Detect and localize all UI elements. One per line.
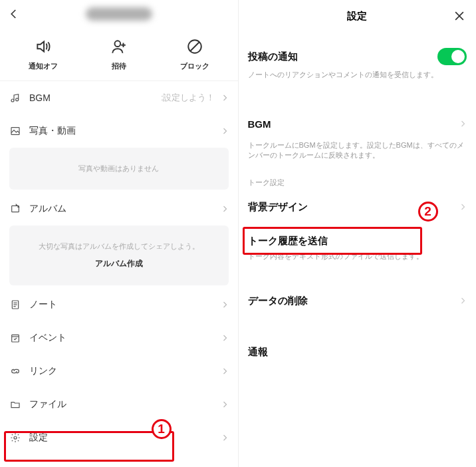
link-label: リンク <box>29 365 57 377</box>
bg-design-title: 背景デザイン <box>248 201 308 214</box>
album-row[interactable]: アルバム <box>0 192 238 226</box>
right-header: 設定 <box>239 0 477 32</box>
chevron-right-icon <box>221 334 229 342</box>
album-create-button[interactable]: アルバム作成 <box>15 258 223 269</box>
music-icon <box>9 92 21 104</box>
album-label: アルバム <box>29 203 66 215</box>
post-notif-toggle[interactable] <box>437 48 467 65</box>
bg-design-row[interactable]: 背景デザイン <box>239 190 477 224</box>
file-row[interactable]: ファイル <box>0 388 238 421</box>
report-row[interactable]: 通報 <box>239 335 477 369</box>
bgm-row[interactable]: BGM :設定しよう！ <box>0 81 238 114</box>
mute-button[interactable]: 通知オフ <box>29 37 58 71</box>
left-header <box>0 0 238 28</box>
post-notif-block: 投稿の通知 ノートへのリアクションやコメントの通知を受信します。 <box>239 32 477 88</box>
note-row[interactable]: ノート <box>0 288 238 321</box>
send-history-title: トーク履歴を送信 <box>248 235 328 247</box>
contact-name-blurred <box>86 7 152 21</box>
photos-label: 写真・動画 <box>29 125 76 137</box>
bgm-setting-row[interactable]: BGM <box>239 108 477 140</box>
settings-panel: 設定 投稿の通知 ノートへのリアクションやコメントの通知を受信します。 BGM … <box>239 0 477 467</box>
folder-icon <box>9 398 21 410</box>
photos-empty-card: 写真や動画はありません <box>9 148 229 190</box>
event-label: イベント <box>29 332 66 344</box>
svg-point-3 <box>11 99 14 102</box>
album-icon <box>9 203 21 215</box>
block-icon <box>185 37 204 56</box>
note-label: ノート <box>29 299 57 311</box>
bgm-desc: トークルームにBGMを設定します。設定したBGMは、すべてのメンバーのトークルー… <box>239 140 477 166</box>
chevron-right-icon <box>459 203 467 211</box>
settings-title: 設定 <box>347 10 367 23</box>
block-button[interactable]: ブロック <box>180 37 209 71</box>
image-icon <box>9 125 21 137</box>
person-plus-icon <box>110 37 128 56</box>
chevron-right-icon <box>221 205 229 213</box>
delete-data-title: データの削除 <box>248 295 308 307</box>
block-label: ブロック <box>180 61 209 71</box>
svg-line-2 <box>190 43 199 51</box>
chevron-right-icon <box>221 400 229 408</box>
post-notif-title: 投稿の通知 <box>248 51 298 63</box>
send-history-desc: トーク内容をテキスト形式のファイルで送信します。 <box>239 251 477 267</box>
chevron-right-icon <box>221 367 229 375</box>
chevron-right-icon <box>221 127 229 135</box>
post-notif-desc: ノートへのリアクションやコメントの通知を受信します。 <box>248 69 467 85</box>
chevron-right-icon <box>459 120 467 128</box>
chevron-right-icon <box>221 434 229 442</box>
settings-label: 設定 <box>29 432 48 444</box>
send-history-row[interactable]: トーク履歴を送信 <box>239 224 477 251</box>
note-icon <box>9 299 21 311</box>
back-icon[interactable] <box>8 8 20 20</box>
svg-point-0 <box>114 41 120 47</box>
link-row[interactable]: リンク <box>0 355 238 388</box>
link-icon <box>9 365 21 377</box>
bgm-title: BGM <box>248 118 271 130</box>
action-row: 通知オフ 招待 ブロック <box>0 28 238 81</box>
album-hint: 大切な写真はアルバムを作成してシェアしよう。 <box>15 241 223 251</box>
photos-empty-text: 写真や動画はありません <box>15 164 223 174</box>
file-label: ファイル <box>29 398 66 410</box>
chevron-right-icon <box>221 301 229 309</box>
bgm-sub: :設定しよう！ <box>161 92 215 104</box>
mute-label: 通知オフ <box>29 61 58 71</box>
talk-section-label: トーク設定 <box>239 166 477 190</box>
svg-rect-11 <box>12 335 19 342</box>
photos-row[interactable]: 写真・動画 <box>0 114 238 148</box>
calendar-check-icon <box>9 332 21 344</box>
svg-point-13 <box>14 436 17 439</box>
bgm-label: BGM <box>29 92 51 103</box>
chevron-right-icon <box>221 94 229 102</box>
invite-button[interactable]: 招待 <box>110 37 128 71</box>
album-empty-card: 大切な写真はアルバムを作成してシェアしよう。 アルバム作成 <box>9 226 229 285</box>
close-button[interactable] <box>452 9 467 23</box>
invite-label: 招待 <box>112 61 126 71</box>
profile-panel: 通知オフ 招待 ブロック BGM :設定しよう！ 写真・動画 <box>0 0 239 467</box>
speaker-icon <box>34 37 53 56</box>
delete-data-row[interactable]: データの削除 <box>239 284 477 318</box>
settings-row[interactable]: 設定 <box>0 421 238 454</box>
chevron-right-icon <box>459 297 467 305</box>
report-title: 通報 <box>248 346 268 359</box>
event-row[interactable]: イベント <box>0 321 238 355</box>
gear-icon <box>9 432 21 444</box>
